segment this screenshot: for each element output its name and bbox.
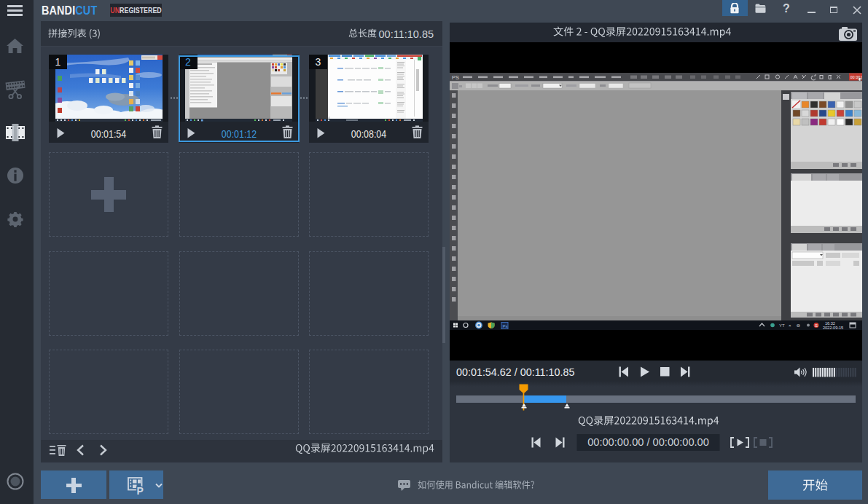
svg-text:S: S — [815, 323, 818, 328]
svg-text:YT: YT — [779, 323, 785, 328]
svg-text:PS: PS — [452, 74, 459, 81]
svg-text:P: P — [137, 485, 144, 496]
svg-text:×: × — [789, 323, 791, 328]
svg-text:2022-09-15: 2022-09-15 — [823, 326, 843, 330]
svg-text:Ps: Ps — [503, 324, 508, 328]
svg-text:ϴ: ϴ — [797, 323, 800, 328]
